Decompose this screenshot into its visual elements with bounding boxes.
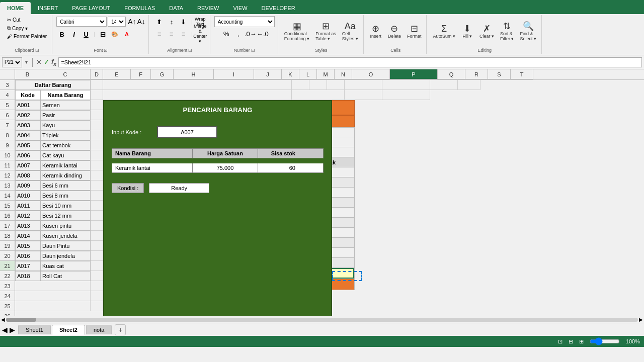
tab-view[interactable]: VIEW: [226, 2, 254, 14]
row-header-8[interactable]: 8: [0, 130, 15, 140]
cell-C10[interactable]: Cat kayu: [40, 150, 91, 160]
align-top-button[interactable]: ⬆: [154, 17, 165, 27]
cell-P4[interactable]: [382, 90, 430, 100]
cell-C22[interactable]: Roll Cat: [40, 271, 91, 281]
cell-D24[interactable]: [91, 291, 103, 301]
cell-B15[interactable]: A011: [15, 201, 40, 211]
number-format-select[interactable]: Accounting: [214, 16, 275, 27]
col-header-S[interactable]: S: [488, 69, 511, 79]
format-as-table-button[interactable]: ⊞ Format asTable ▾: [313, 21, 338, 42]
cell-C12[interactable]: Keramik dinding: [40, 170, 91, 180]
cell-D25[interactable]: [91, 301, 103, 311]
cut-button[interactable]: ✂ Cut: [5, 16, 23, 24]
cell-C21[interactable]: Kuas cat: [40, 261, 91, 271]
cell-C24[interactable]: [40, 291, 91, 301]
cell-B5[interactable]: A001: [15, 100, 40, 110]
cell-B14[interactable]: A010: [15, 191, 40, 201]
autosum-button[interactable]: Σ AutoSum ▾: [431, 23, 457, 40]
merge-center-button[interactable]: Merge & Center ▾: [195, 29, 206, 39]
cell-B22[interactable]: A018: [15, 271, 40, 281]
cell-B11[interactable]: A007: [15, 160, 40, 170]
cancel-formula-icon[interactable]: ✕: [36, 58, 42, 66]
cell-D14[interactable]: [91, 191, 103, 201]
cell-B10[interactable]: A006: [15, 150, 40, 160]
sheet-nav-right[interactable]: ▶: [10, 326, 15, 334]
cell-B19[interactable]: A015: [15, 241, 40, 251]
row-header-6[interactable]: 6: [0, 110, 15, 120]
cell-C23[interactable]: [40, 281, 91, 291]
cell-D15[interactable]: [91, 201, 103, 211]
cell-B6[interactable]: A002: [15, 110, 40, 120]
row-header-10[interactable]: 10: [0, 150, 15, 160]
border-button[interactable]: ⊟: [97, 29, 108, 39]
align-middle-button[interactable]: ↕: [166, 17, 177, 27]
name-box-dropdown[interactable]: P21: [2, 57, 22, 67]
cell-C25[interactable]: [40, 301, 91, 311]
col-header-I[interactable]: I: [214, 69, 254, 79]
decrease-decimal-button[interactable]: ←.0: [257, 29, 268, 39]
col-header-G[interactable]: G: [151, 69, 174, 79]
cell-C5[interactable]: Semen: [40, 100, 91, 110]
cell-D20[interactable]: [91, 251, 103, 261]
cell-D11[interactable]: [91, 160, 103, 170]
cell-B18[interactable]: A014: [15, 231, 40, 241]
cell-D9[interactable]: [91, 140, 103, 150]
col-header-D[interactable]: D: [91, 69, 103, 79]
cell-D5[interactable]: [91, 100, 103, 110]
cell-B3[interactable]: Daftar Barang: [15, 80, 91, 90]
cell-D3[interactable]: [91, 80, 103, 90]
col-header-C[interactable]: C: [40, 69, 91, 79]
cell-B23[interactable]: [15, 281, 40, 291]
cell-D10[interactable]: [91, 150, 103, 160]
font-color-button[interactable]: A: [121, 29, 132, 39]
cell-D21[interactable]: [91, 261, 103, 271]
cell-D18[interactable]: [91, 231, 103, 241]
col-header-O[interactable]: O: [352, 69, 390, 79]
cell-B20[interactable]: A016: [15, 251, 40, 261]
number-expand-icon[interactable]: ⊡: [251, 48, 255, 53]
scroll-right-btn[interactable]: ▶: [639, 317, 643, 322]
cell-B7[interactable]: A003: [15, 120, 40, 130]
row-header-3[interactable]: 3: [0, 80, 15, 90]
row-header-24[interactable]: 24: [0, 291, 15, 301]
row-header-17[interactable]: 17: [0, 221, 15, 231]
cell-C8[interactable]: Triplek: [40, 130, 91, 140]
increase-decimal-button[interactable]: .0→: [245, 29, 256, 39]
cell-C13[interactable]: Besi 6 mm: [40, 180, 91, 191]
cell-D16[interactable]: [91, 211, 103, 221]
confirm-formula-icon[interactable]: ✓: [44, 58, 49, 66]
cell-B25[interactable]: [15, 301, 40, 311]
cell-B24[interactable]: [15, 291, 40, 301]
col-header-L[interactable]: L: [299, 69, 317, 79]
insert-button[interactable]: ⊕ Insert: [368, 23, 384, 40]
row-header-21[interactable]: 21: [0, 261, 15, 271]
align-right-button[interactable]: ≡: [178, 29, 189, 39]
cell-styles-button[interactable]: Aa CellStyles ▾: [340, 21, 360, 42]
row-header-5[interactable]: 5: [0, 100, 15, 110]
cell-B4[interactable]: Kode: [15, 90, 40, 100]
row-header-26[interactable]: 26: [0, 311, 15, 316]
cell-C19[interactable]: Daun Pintu: [40, 241, 91, 251]
col-header-M[interactable]: M: [317, 69, 335, 79]
font-name-select[interactable]: Calibri: [56, 17, 107, 27]
view-pagebreak-icon[interactable]: ⊞: [579, 338, 584, 345]
col-header-E[interactable]: E: [103, 69, 131, 79]
underline-button[interactable]: U: [80, 29, 92, 39]
row-header-19[interactable]: 19: [0, 241, 15, 251]
row-header-4[interactable]: 4: [0, 90, 15, 100]
align-bottom-button[interactable]: ⬇: [178, 17, 189, 27]
sheet-tab-sheet1[interactable]: Sheet1: [18, 325, 51, 334]
view-layout-icon[interactable]: ⊟: [569, 338, 573, 345]
col-header-N[interactable]: N: [335, 69, 352, 79]
cell-C11[interactable]: Keramik lantai: [40, 160, 91, 170]
row-header-22[interactable]: 22: [0, 271, 15, 281]
sheet-tab-nota[interactable]: nota: [86, 325, 112, 334]
conditional-formatting-button[interactable]: ▦ ConditionalFormatting ▾: [282, 21, 312, 42]
col-header-Q[interactable]: Q: [438, 69, 465, 79]
cell-D22[interactable]: [91, 271, 103, 281]
format-painter-button[interactable]: 🖌 Format Painter: [5, 33, 49, 40]
row-header-25[interactable]: 25: [0, 301, 15, 311]
col-header-F[interactable]: F: [131, 69, 151, 79]
sheet-tab-sheet2[interactable]: Sheet2: [52, 325, 85, 335]
fill-button[interactable]: ⬇ Fill ▾: [459, 23, 475, 40]
